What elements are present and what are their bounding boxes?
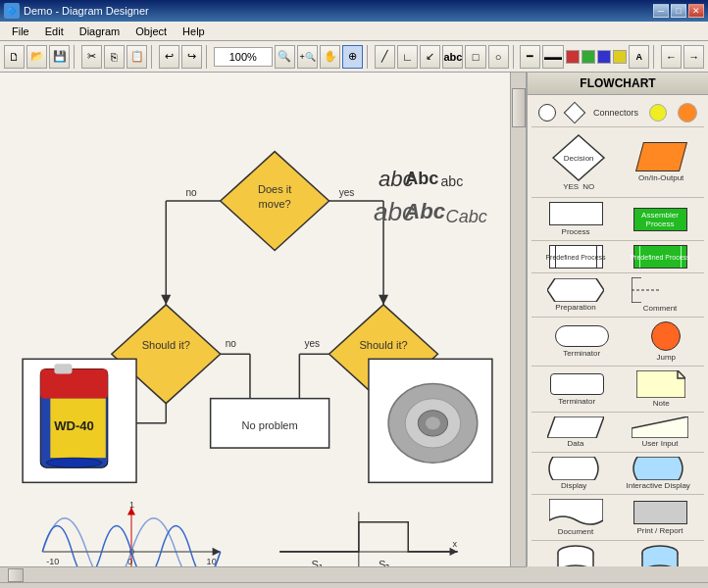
fc-terminator2[interactable]: Terminator bbox=[550, 373, 604, 406]
cut-button[interactable]: ✂ bbox=[81, 45, 102, 69]
svg-text:Should it?: Should it? bbox=[142, 339, 190, 351]
curve-tool[interactable]: ↙ bbox=[420, 45, 440, 69]
color-1[interactable] bbox=[566, 50, 580, 64]
fc-predefined1[interactable]: Predefined Process bbox=[549, 245, 603, 269]
fc-database[interactable]: Database bbox=[641, 545, 679, 566]
text-format[interactable]: A bbox=[629, 45, 649, 69]
connector-orange[interactable] bbox=[678, 103, 697, 122]
io-label: On/In-Output bbox=[638, 173, 683, 182]
fc-decision[interactable]: Decision YES NO bbox=[552, 133, 606, 191]
arrow-right[interactable]: → bbox=[683, 45, 704, 69]
svg-rect-0 bbox=[3, 73, 507, 566]
rect-tool[interactable]: □ bbox=[465, 45, 485, 69]
diagram-canvas[interactable]: Does it move? no yes Should it? bbox=[0, 73, 510, 566]
color-3[interactable] bbox=[597, 50, 611, 64]
fc-display[interactable]: Display bbox=[545, 457, 602, 490]
window-controls[interactable]: ─ □ ✕ bbox=[653, 4, 704, 18]
window-title: Demo - Diagram Designer bbox=[24, 5, 149, 17]
paste-button[interactable]: 📋 bbox=[126, 45, 147, 69]
panel-scroll-area[interactable]: Connectors Decision YES NO bbox=[528, 95, 708, 566]
save-button[interactable]: 💾 bbox=[49, 45, 70, 69]
connector-circle[interactable] bbox=[538, 104, 556, 122]
terminator2-label: Terminator bbox=[558, 397, 595, 406]
separator-4 bbox=[367, 45, 371, 69]
maximize-button[interactable]: □ bbox=[671, 4, 686, 18]
menu-edit[interactable]: Edit bbox=[37, 24, 72, 39]
connector-diamond[interactable] bbox=[564, 102, 586, 124]
fc-predefined2[interactable]: Predefined Process bbox=[633, 245, 687, 269]
svg-marker-70 bbox=[547, 278, 604, 302]
svg-text:yes: yes bbox=[304, 338, 320, 349]
svg-point-40 bbox=[46, 458, 101, 467]
line-style-2[interactable]: ▬▬ bbox=[542, 45, 563, 69]
fc-jump[interactable]: Jump bbox=[651, 321, 681, 362]
display-label: Display bbox=[561, 481, 586, 490]
fc-printreport[interactable]: Print / Report bbox=[633, 501, 687, 535]
line-tool[interactable]: ╱ bbox=[375, 45, 395, 69]
menu-help[interactable]: Help bbox=[175, 24, 213, 39]
scroll-thumb-horizontal[interactable] bbox=[8, 568, 24, 582]
interactive-label: Interactive Display bbox=[626, 481, 689, 490]
fc-document[interactable]: Document bbox=[549, 499, 603, 536]
svg-rect-36 bbox=[40, 368, 108, 398]
zoom-in-button[interactable]: +🔍 bbox=[297, 45, 318, 69]
svg-rect-37 bbox=[54, 364, 72, 373]
scroll-thumb-vertical[interactable] bbox=[512, 88, 526, 127]
fc-process[interactable]: Process bbox=[549, 202, 603, 236]
fc-data[interactable]: Data bbox=[547, 416, 604, 448]
hand-tool-button[interactable]: ✋ bbox=[320, 45, 340, 69]
svg-text:no: no bbox=[185, 187, 197, 198]
app-icon: 🔷 bbox=[4, 3, 20, 19]
zoom-out-button[interactable]: 🔍 bbox=[275, 45, 295, 69]
svg-text:Cabc: Cabc bbox=[446, 207, 487, 226]
line-style-1[interactable]: ━ bbox=[520, 45, 540, 69]
menu-diagram[interactable]: Diagram bbox=[72, 24, 128, 39]
fc-note[interactable]: Note bbox=[636, 370, 685, 408]
text-tool[interactable]: abc bbox=[442, 45, 463, 69]
separator-3 bbox=[206, 45, 210, 69]
svg-text:no: no bbox=[226, 338, 237, 349]
open-button[interactable]: 📂 bbox=[26, 45, 47, 69]
ellipse-tool[interactable]: ○ bbox=[488, 45, 509, 69]
vertical-scrollbar[interactable] bbox=[510, 73, 526, 566]
fc-interactive[interactable]: Interactive Display bbox=[626, 457, 689, 490]
fc-io[interactable]: On/In-Output bbox=[638, 142, 683, 182]
canvas-container[interactable]: Does it move? no yes Should it? bbox=[0, 73, 527, 566]
color-4[interactable] bbox=[613, 50, 627, 64]
fc-userinput[interactable]: User Input bbox=[632, 416, 688, 448]
pointer-button[interactable]: ⊕ bbox=[342, 45, 363, 69]
svg-text:S₂: S₂ bbox=[379, 559, 389, 566]
angle-tool[interactable]: ∟ bbox=[397, 45, 418, 69]
redo-button[interactable]: ↪ bbox=[181, 45, 202, 69]
color-2[interactable] bbox=[582, 50, 595, 64]
svg-text:WD-40: WD-40 bbox=[54, 418, 94, 433]
menu-object[interactable]: Object bbox=[127, 24, 175, 39]
menu-bar: File Edit Diagram Object Help bbox=[0, 22, 708, 41]
close-button[interactable]: ✕ bbox=[688, 4, 704, 18]
zoom-input[interactable] bbox=[214, 47, 273, 67]
terminator1-label: Terminator bbox=[563, 349, 600, 358]
document-label: Document bbox=[558, 527, 593, 536]
assembler-label: Assembler Process bbox=[634, 211, 686, 228]
fc-preparation[interactable]: Preparation bbox=[547, 278, 604, 312]
svg-point-45 bbox=[425, 416, 440, 430]
svg-text:move?: move? bbox=[259, 198, 291, 210]
jump-label: Jump bbox=[656, 353, 676, 362]
arrow-left[interactable]: ← bbox=[661, 45, 682, 69]
menu-file[interactable]: File bbox=[4, 24, 37, 39]
userinput-label: User Input bbox=[642, 439, 679, 448]
connector-yellow[interactable] bbox=[649, 104, 667, 122]
fc-comment[interactable]: Comment bbox=[632, 277, 688, 313]
printreport-label: Print / Report bbox=[636, 526, 683, 535]
fc-terminator1[interactable]: Terminator bbox=[555, 325, 609, 358]
svg-text:yes: yes bbox=[339, 187, 355, 198]
fc-assembler[interactable]: Assembler Process bbox=[633, 208, 687, 231]
copy-button[interactable]: ⎘ bbox=[104, 45, 125, 69]
title-bar-left: 🔷 Demo - Diagram Designer bbox=[4, 3, 149, 19]
data-label: Data bbox=[568, 439, 584, 448]
new-button[interactable]: 🗋 bbox=[4, 45, 25, 69]
horizontal-scrollbar[interactable] bbox=[0, 566, 527, 582]
undo-button[interactable]: ↩ bbox=[159, 45, 179, 69]
fc-disk[interactable]: Disk bbox=[557, 545, 594, 566]
minimize-button[interactable]: ─ bbox=[653, 4, 669, 18]
